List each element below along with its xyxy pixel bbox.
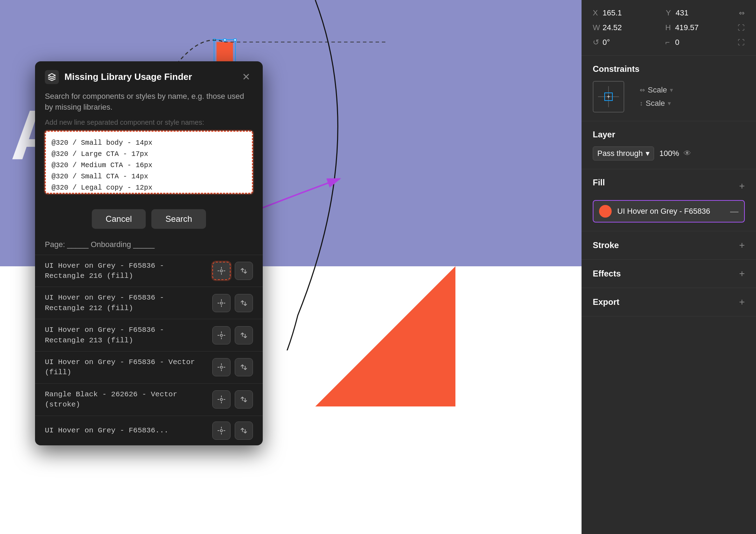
add-fill-button[interactable]: +	[739, 180, 745, 192]
corner-icon: ⌐	[665, 38, 672, 47]
selection-handle-tc[interactable]	[224, 39, 226, 41]
constraint-h-chevron[interactable]: ▾	[670, 86, 673, 94]
constraint-h-label[interactable]: Scale	[648, 85, 667, 95]
dialog-body: Search for components or styles by name,…	[35, 91, 263, 202]
svg-point-17	[220, 366, 222, 368]
add-export-button[interactable]: +	[739, 296, 745, 308]
x-coord: X 165.1	[593, 8, 631, 18]
focus-item-button-3[interactable]	[212, 358, 231, 376]
w-label: W	[593, 23, 600, 32]
export-section-header: Export +	[582, 288, 756, 316]
missing-library-dialog: Missing Library Usage Finder ✕ Search fo…	[35, 61, 263, 445]
result-item-0: UI Hover on Grey - F65836 -Rectangle 216…	[35, 255, 263, 287]
result-item-3: UI Hover on Grey - F65836 - Vector(fill)	[35, 351, 263, 383]
constraints-title: Constraints	[593, 64, 745, 74]
component-names-input[interactable]: @320 / Small body - 14px @320 / Large CT…	[45, 131, 253, 194]
selection-handle-tl[interactable]	[213, 39, 216, 41]
focus-item-button-2[interactable]	[212, 326, 231, 344]
corner-value[interactable]: 0	[675, 38, 703, 47]
dialog-close-button[interactable]: ✕	[239, 70, 253, 84]
result-text-4: Rangle Black - 262626 - Vector(stroke)	[45, 389, 208, 410]
swap-item-button-4[interactable]	[235, 390, 253, 409]
xy-row: X 165.1 Y 431 ⇔	[593, 8, 745, 18]
result-text-1: UI Hover on Grey - F65836 -Rectangle 212…	[45, 293, 208, 313]
swap-item-button-1[interactable]	[235, 294, 253, 312]
fill-color-swatch[interactable]	[599, 205, 612, 218]
x-coord-group: X 165.1	[593, 8, 631, 18]
constraint-v-label[interactable]: Scale	[646, 99, 665, 108]
result-item-5: UI Hover on Grey - F65836...	[35, 416, 263, 445]
svg-point-7	[220, 302, 222, 304]
focus-item-button-4[interactable]	[212, 390, 231, 409]
export-title: Export	[593, 297, 619, 307]
x-value[interactable]: 165.1	[603, 8, 631, 18]
constraints-section: Constraints + ⇔ Scale ▾ ↕	[582, 56, 756, 121]
result-item-2: UI Hover on Grey - F65836 -Rectangle 213…	[35, 319, 263, 351]
result-text-0: UI Hover on Grey - F65836 -Rectangle 216…	[45, 261, 208, 281]
constraint-h-icon: ⇔	[640, 86, 645, 94]
results-page-label: Page: _____ Onboarding _____	[45, 240, 154, 249]
focus-item-button-1[interactable]	[212, 294, 231, 312]
w-coord-group: W 24.52	[593, 23, 631, 32]
constraint-v-option: ↕ Scale ▾	[640, 99, 673, 108]
h-value[interactable]: 419.57	[675, 23, 703, 32]
fill-item-highlighted[interactable]: UI Hover on Grey - F65836 —	[593, 200, 745, 222]
visibility-toggle-icon[interactable]: 👁	[683, 149, 691, 158]
stroke-section-header: Stroke +	[582, 231, 756, 260]
h-label: H	[665, 23, 672, 32]
constraint-h-option: ⇔ Scale ▾	[640, 85, 673, 95]
add-stroke-button[interactable]: +	[739, 240, 745, 251]
effects-title: Effects	[593, 269, 621, 279]
layer-section: Layer Pass through ▾ 100% 👁	[582, 121, 756, 169]
rotation-value[interactable]: 0°	[603, 38, 631, 47]
selection-handle-tr[interactable]	[234, 39, 236, 41]
y-value[interactable]: 431	[676, 8, 704, 18]
layer-title: Layer	[593, 130, 745, 139]
stroke-title: Stroke	[593, 240, 619, 250]
cancel-button[interactable]: Cancel	[92, 209, 146, 229]
opacity-value[interactable]: 100%	[658, 149, 679, 158]
svg-point-12	[220, 334, 222, 336]
add-effect-button[interactable]: +	[739, 268, 745, 279]
swap-item-button-3[interactable]	[235, 358, 253, 376]
effects-section-header: Effects +	[582, 260, 756, 288]
result-text-5: UI Hover on Grey - F65836...	[45, 425, 208, 436]
swap-item-button-2[interactable]	[235, 326, 253, 344]
rotation-row: ↺ 0° ⌐ 0 ⛶	[593, 38, 745, 47]
constraint-v-chevron[interactable]: ▾	[668, 100, 671, 107]
rotation-coord: ↺ 0°	[593, 38, 631, 47]
resize-proportional-icon[interactable]: ⇔	[739, 9, 745, 17]
focus-item-button-0[interactable]	[212, 262, 231, 280]
blend-mode-select[interactable]: Pass through ▾	[593, 146, 654, 160]
h-coord-group: H 419.57	[665, 23, 703, 32]
focus-item-button-5[interactable]	[212, 422, 231, 440]
dialog-title: Missing Library Usage Finder	[64, 71, 234, 82]
blend-mode-chevron: ▾	[646, 149, 650, 158]
fill-title: Fill	[593, 178, 605, 187]
swap-item-button-5[interactable]	[235, 422, 253, 440]
w-value[interactable]: 24.52	[603, 23, 631, 32]
w-coord: W 24.52	[593, 23, 631, 32]
svg-point-2	[220, 270, 222, 272]
blend-mode-label: Pass through	[597, 149, 643, 158]
constraints-options: ⇔ Scale ▾ ↕ Scale ▾	[640, 85, 673, 108]
dialog-hint: Add new line separated component or styl…	[45, 118, 253, 126]
dialog-buttons: Cancel Search	[35, 202, 263, 236]
search-button[interactable]: Search	[151, 209, 206, 229]
orange-triangle	[315, 266, 455, 406]
result-text-2: UI Hover on Grey - F65836 -Rectangle 213…	[45, 325, 208, 345]
svg-point-22	[220, 398, 222, 400]
y-coord-group: Y 431	[666, 8, 704, 18]
svg-point-27	[220, 430, 222, 432]
corner-coord: ⌐ 0	[665, 38, 703, 47]
dialog-header: Missing Library Usage Finder ✕	[35, 61, 263, 91]
y-coord: Y 431	[666, 8, 704, 18]
fullscreen-icon[interactable]: ⛶	[738, 39, 745, 47]
results-header: Page: _____ Onboarding _____	[35, 236, 263, 255]
swap-item-button-0[interactable]	[235, 262, 253, 280]
remove-fill-button[interactable]: —	[730, 206, 738, 216]
lock-proportions-icon[interactable]: ⛶	[738, 24, 745, 32]
right-panel: X 165.1 Y 431 ⇔ W 24.52 H	[582, 0, 756, 534]
result-text-3: UI Hover on Grey - F65836 - Vector(fill)	[45, 357, 208, 378]
rotation-icon: ↺	[593, 38, 600, 47]
